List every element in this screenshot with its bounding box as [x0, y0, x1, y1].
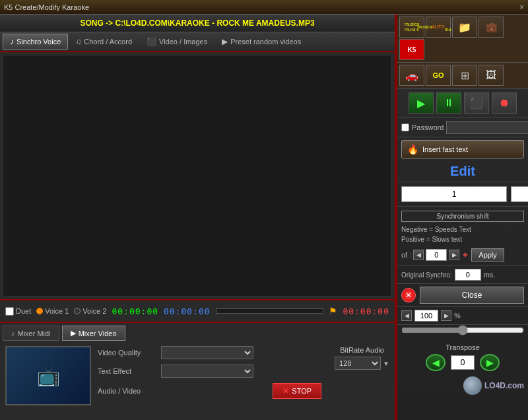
- sinchro-voice-icon: ♪: [10, 37, 14, 46]
- tab-mixer-midi[interactable]: ♪ Mixer Midi: [3, 326, 59, 341]
- title-bar-text: K5 Create/Modify Karaoke: [4, 3, 89, 11]
- voice1-radio-dot: [36, 308, 43, 314]
- password-input[interactable]: [446, 121, 528, 134]
- tab-preset-random-label: Preset random videos: [230, 38, 301, 46]
- duet-checkbox-label: Duet: [5, 307, 31, 316]
- password-label: Password: [412, 123, 444, 131]
- stop-transport-button[interactable]: ⬛: [464, 92, 489, 114]
- tv-icon: 📺: [37, 365, 60, 387]
- text-effect-row: Text Effect Effect 1 Effect 2: [98, 365, 321, 378]
- time-display-3: 00:00:00: [343, 306, 389, 316]
- bitrate-arrow-icon: ▼: [383, 360, 389, 367]
- tab-preset-random[interactable]: ▶ Preset random videos: [214, 34, 308, 50]
- song-title: SONG -> C:\LO4D.COM\KARAOKE - ROCK ME AM…: [0, 15, 395, 32]
- text-effect-select[interactable]: Effect 1 Effect 2: [161, 365, 253, 378]
- k5-btn[interactable]: K5: [399, 39, 424, 60]
- audio-video-row: Audio / Video ✕ STOP: [98, 383, 321, 399]
- chord-accord-icon: ♫: [75, 37, 81, 46]
- folder-btn[interactable]: 📁: [452, 17, 477, 38]
- preset-random-icon: ▶: [222, 37, 228, 46]
- go-btn[interactable]: GO: [426, 65, 451, 86]
- volume-increment-button[interactable]: ▶: [441, 310, 451, 321]
- volume-decrement-button[interactable]: ◀: [401, 310, 412, 321]
- stop-button[interactable]: ✕ STOP: [273, 383, 321, 399]
- insert-fast-text-button[interactable]: 🔥 Insert fast text: [401, 140, 524, 158]
- voice2-radio-dot: [74, 308, 81, 314]
- apply-button[interactable]: Apply: [471, 248, 504, 262]
- transport-buttons: ▶ ⏸ ⬛ ⏺: [397, 88, 528, 118]
- stop-btn-label: STOP: [292, 387, 312, 395]
- canvas-area: [3, 55, 392, 297]
- volume-percent-label: %: [454, 312, 461, 320]
- tab-sinchro-voice[interactable]: ♪ Sinchro Voice: [3, 34, 68, 50]
- password-row: Password: [397, 118, 528, 137]
- transpose-value-input[interactable]: [451, 355, 475, 370]
- video-images-icon: ⬛: [147, 37, 156, 46]
- audio-video-label: Audio / Video: [98, 387, 157, 395]
- play-button[interactable]: ▶: [409, 92, 434, 114]
- synchro-increment-button[interactable]: ▶: [449, 250, 459, 260]
- tab-mixer-midi-label: Mixer Midi: [18, 330, 51, 337]
- bitrate-select[interactable]: 128 64 192 256: [335, 357, 381, 370]
- duet-checkbox[interactable]: [5, 307, 14, 316]
- close-window-button[interactable]: ×: [519, 3, 524, 12]
- synchro-value-input[interactable]: [426, 249, 447, 261]
- progress-bar[interactable]: [216, 308, 324, 314]
- tab-mixer-video[interactable]: ▶ Mixer Video: [62, 326, 125, 341]
- synchro-decrement-button[interactable]: ◀: [413, 250, 424, 260]
- volume-slider[interactable]: [401, 325, 524, 335]
- original-synchro-input[interactable]: [455, 269, 481, 281]
- fast-text-icon: 🔥: [407, 144, 418, 155]
- num-input-1[interactable]: [401, 186, 507, 202]
- synchronism-line1: Negative = Speeds Text: [401, 225, 524, 234]
- video-quality-row: Video Quality High Medium Low: [98, 346, 321, 359]
- synchro-star-icon: ✦: [461, 250, 469, 260]
- right-panel: musicamu·si·c musicaAUTOmu·si·c 📁 💼 K5 🚗…: [396, 15, 528, 420]
- close-button[interactable]: Close: [420, 287, 524, 304]
- text-effect-label: Text Effect: [98, 367, 157, 375]
- audio-bitrate-section: BitRate Audio 128 64 192 256 ▼: [335, 346, 389, 370]
- video-preview: 📺: [5, 346, 91, 405]
- transpose-decrement-button[interactable]: ◀: [426, 354, 446, 371]
- bottom-controls: Video Quality High Medium Low Text Effec…: [98, 346, 321, 399]
- transpose-section: Transpose ◀ ▶ LO4D.com: [397, 339, 528, 399]
- video-quality-select[interactable]: High Medium Low: [161, 346, 253, 359]
- music-auto-btn[interactable]: musicaAUTOmu·si·c: [426, 17, 451, 38]
- briefcase-btn[interactable]: 💼: [478, 17, 504, 38]
- close-x-icon[interactable]: ✕: [401, 288, 416, 302]
- num-input-2[interactable]: [511, 186, 528, 202]
- stop-x-icon: ✕: [282, 386, 289, 396]
- time-display-2: 00:00:00: [164, 306, 211, 316]
- mixer-midi-icon: ♪: [11, 330, 15, 337]
- tab-chord-accord[interactable]: ♫ Chord / Accord: [68, 34, 139, 50]
- left-panel: SONG -> C:\LO4D.COM\KARAOKE - ROCK ME AM…: [0, 15, 396, 420]
- title-bar: K5 Create/Modify Karaoke ×: [0, 0, 528, 15]
- synchronism-of-row: of : ◀ ▶ ✦ Apply: [401, 248, 524, 262]
- car-btn[interactable]: 🚗: [399, 65, 424, 86]
- tab-sinchro-voice-label: Sinchro Voice: [16, 38, 61, 46]
- pause-button[interactable]: ⏸: [436, 92, 461, 114]
- transpose-increment-button[interactable]: ▶: [480, 354, 500, 371]
- volume-row: ◀ ▶ %: [397, 307, 528, 325]
- volume-slider-container: [397, 325, 528, 339]
- bitrate-audio-label: BitRate Audio: [340, 346, 384, 354]
- voice2-radio-label: Voice 2: [74, 307, 106, 315]
- lo4d-text: LO4D.com: [484, 381, 524, 390]
- transpose-controls: ◀ ▶: [401, 354, 524, 371]
- of-label: of :: [401, 251, 411, 259]
- grid-btn[interactable]: ⊞: [452, 65, 477, 86]
- bottom-tabs: ♪ Mixer Midi ▶ Mixer Video: [0, 322, 395, 341]
- image-btn[interactable]: 🖼: [478, 65, 504, 86]
- ms-label: ms.: [484, 271, 496, 279]
- main-container: SONG -> C:\LO4D.COM\KARAOKE - ROCK ME AM…: [0, 15, 528, 420]
- lo4d-logo: [463, 376, 482, 395]
- password-checkbox[interactable]: [401, 123, 409, 131]
- tabs-bar: ♪ Sinchro Voice ♫ Chord / Accord ⬛ Video…: [0, 32, 395, 52]
- synchronism-section: Synchronism shift Negative = Speeds Text…: [397, 207, 528, 266]
- edit-label: Edit: [397, 161, 528, 182]
- record-button[interactable]: ⏺: [492, 92, 517, 114]
- tab-video-images[interactable]: ⬛ Video / Images: [139, 34, 214, 50]
- transport-bar: Duet Voice 1 Voice 2 00:00:00 00:00:00 ⚑…: [0, 299, 395, 322]
- volume-input[interactable]: [414, 310, 438, 322]
- original-synchro-row: Original Synchro: ms.: [397, 266, 528, 284]
